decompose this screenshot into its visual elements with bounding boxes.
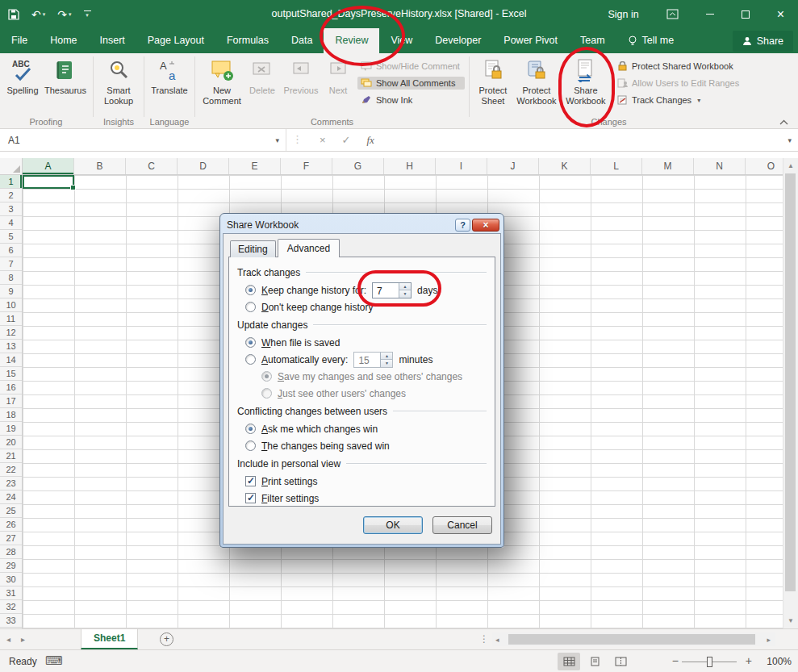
confirm-entry-icon[interactable]: ✓ bbox=[342, 134, 351, 146]
row-header-16[interactable]: 16 bbox=[0, 381, 22, 394]
share-workbook-button[interactable]: Share Workbook bbox=[561, 54, 611, 117]
column-header-I[interactable]: I bbox=[436, 158, 487, 174]
maximize-button[interactable] bbox=[728, 0, 763, 28]
tab-developer[interactable]: Developer bbox=[424, 28, 492, 53]
keep-change-history-radio[interactable] bbox=[245, 285, 256, 295]
cancel-entry-icon[interactable]: × bbox=[320, 134, 326, 146]
sheet-tab-sheet1[interactable]: Sheet1 bbox=[81, 629, 138, 649]
close-button[interactable]: × bbox=[763, 0, 798, 28]
ok-button[interactable]: OK bbox=[363, 516, 423, 534]
spin-down-icon[interactable]: ▼ bbox=[381, 360, 392, 367]
row-header-27[interactable]: 27 bbox=[0, 532, 22, 545]
row-header-23[interactable]: 23 bbox=[0, 477, 22, 490]
row-header-29[interactable]: 29 bbox=[0, 559, 22, 573]
row-header-24[interactable]: 24 bbox=[0, 490, 22, 504]
tab-splitter-icon[interactable]: ⋮ bbox=[479, 633, 489, 645]
select-all-corner[interactable] bbox=[0, 158, 23, 175]
when-file-saved-radio[interactable] bbox=[245, 337, 256, 348]
spin-down-icon[interactable]: ▼ bbox=[399, 290, 411, 298]
tab-review[interactable]: Review bbox=[324, 28, 379, 53]
automatically-every-radio[interactable] bbox=[245, 354, 256, 365]
ask-me-radio[interactable] bbox=[245, 424, 256, 434]
row-header-4[interactable]: 4 bbox=[0, 216, 22, 230]
next-comment-button[interactable]: Next bbox=[322, 54, 354, 117]
track-changes-button[interactable]: Track Changes ▾ bbox=[614, 94, 744, 106]
dialog-help-button[interactable]: ? bbox=[455, 219, 470, 232]
automatically-every-option[interactable]: Automatically every: 15 ▲▼ minutes bbox=[237, 352, 487, 367]
spin-up-icon[interactable]: ▲ bbox=[399, 283, 411, 291]
zoom-slider-thumb[interactable] bbox=[707, 657, 712, 667]
row-header-22[interactable]: 22 bbox=[0, 463, 22, 477]
print-settings-checkbox[interactable] bbox=[245, 476, 256, 486]
save-my-changes-option[interactable]: Save my changes and see others' changes bbox=[237, 369, 487, 384]
column-header-G[interactable]: G bbox=[332, 158, 384, 174]
column-header-K[interactable]: K bbox=[539, 158, 591, 174]
prev-sheet-icon[interactable]: ◂ bbox=[6, 635, 10, 644]
sign-in-link[interactable]: Sign in bbox=[594, 0, 652, 28]
dont-keep-history-radio[interactable] bbox=[245, 302, 256, 312]
name-box-caret-icon[interactable]: ▾ bbox=[275, 136, 279, 144]
days-value[interactable]: 7 bbox=[373, 283, 399, 298]
column-header-F[interactable]: F bbox=[281, 158, 332, 174]
allow-users-edit-ranges-button[interactable]: Allow Users to Edit Ranges bbox=[614, 77, 744, 90]
normal-view-button[interactable] bbox=[558, 653, 580, 670]
insert-function-icon[interactable]: fx bbox=[367, 134, 374, 147]
expand-formula-bar-icon[interactable]: ▾ bbox=[788, 136, 792, 144]
tab-tell-me[interactable]: Tell me bbox=[616, 28, 686, 53]
column-header-O[interactable]: O bbox=[746, 158, 783, 174]
spin-up-icon[interactable]: ▲ bbox=[381, 353, 392, 361]
protect-sheet-button[interactable]: Protect Sheet bbox=[474, 54, 512, 117]
tab-advanced[interactable]: Advanced bbox=[278, 239, 340, 257]
row-header-19[interactable]: 19 bbox=[0, 422, 22, 436]
tab-power-pivot[interactable]: Power Pivot bbox=[492, 28, 569, 53]
row-header-14[interactable]: 14 bbox=[0, 353, 22, 367]
vertical-scrollbar-thumb[interactable] bbox=[785, 173, 796, 591]
formula-bar-grip-icon[interactable]: ⋮ bbox=[292, 133, 303, 145]
new-comment-button[interactable]: New Comment bbox=[199, 54, 244, 117]
tab-editing[interactable]: Editing bbox=[230, 240, 276, 257]
minutes-value[interactable]: 15 bbox=[354, 353, 380, 367]
delete-comment-button[interactable]: Delete bbox=[244, 54, 280, 117]
row-header-6[interactable]: 6 bbox=[0, 244, 22, 257]
just-see-others-radio[interactable] bbox=[261, 388, 272, 399]
tab-home[interactable]: Home bbox=[39, 28, 88, 53]
column-header-L[interactable]: L bbox=[591, 158, 642, 174]
row-header-26[interactable]: 26 bbox=[0, 518, 22, 532]
zoom-out-icon[interactable]: − bbox=[672, 654, 679, 667]
row-header-30[interactable]: 30 bbox=[0, 573, 22, 586]
changes-saved-win-option[interactable]: The changes being saved win bbox=[237, 438, 487, 453]
column-header-C[interactable]: C bbox=[126, 158, 178, 174]
days-spinner[interactable]: 7 ▲▼ bbox=[372, 282, 412, 298]
page-break-view-button[interactable] bbox=[609, 653, 632, 670]
filter-settings-option[interactable]: Filter settings bbox=[237, 490, 487, 506]
protect-shared-workbook-button[interactable]: Protect Shared Workbook bbox=[614, 60, 744, 73]
row-header-13[interactable]: 13 bbox=[0, 340, 22, 353]
row-header-12[interactable]: 12 bbox=[0, 326, 22, 340]
cancel-button[interactable]: Cancel bbox=[432, 516, 492, 534]
print-settings-option[interactable]: Print settings bbox=[237, 474, 487, 489]
tab-page-layout[interactable]: Page Layout bbox=[136, 28, 215, 53]
new-sheet-button[interactable]: + bbox=[160, 632, 173, 646]
collapse-ribbon-button[interactable] bbox=[779, 119, 788, 125]
row-header-11[interactable]: 11 bbox=[0, 312, 22, 326]
when-file-saved-option[interactable]: When file is saved bbox=[237, 335, 487, 350]
row-header-10[interactable]: 10 bbox=[0, 298, 22, 312]
row-header-25[interactable]: 25 bbox=[0, 504, 22, 518]
row-header-8[interactable]: 8 bbox=[0, 271, 22, 285]
tab-team[interactable]: Team bbox=[569, 28, 616, 53]
row-header-2[interactable]: 2 bbox=[0, 189, 22, 202]
tab-insert[interactable]: Insert bbox=[89, 28, 136, 53]
row-header-3[interactable]: 3 bbox=[0, 202, 22, 216]
tab-file[interactable]: File bbox=[0, 28, 39, 53]
tab-view[interactable]: View bbox=[379, 28, 424, 53]
scroll-up-icon[interactable]: ▲ bbox=[783, 159, 798, 173]
ribbon-display-options-icon[interactable] bbox=[653, 0, 692, 28]
row-header-7[interactable]: 7 bbox=[0, 257, 22, 271]
row-header-5[interactable]: 5 bbox=[0, 230, 22, 244]
row-header-21[interactable]: 21 bbox=[0, 449, 22, 463]
row-header-33[interactable]: 33 bbox=[0, 614, 22, 628]
row-header-20[interactable]: 20 bbox=[0, 436, 22, 449]
row-header-32[interactable]: 32 bbox=[0, 600, 22, 614]
just-see-others-option[interactable]: Just see other users' changes bbox=[237, 386, 487, 401]
column-header-A[interactable]: A bbox=[23, 158, 74, 174]
